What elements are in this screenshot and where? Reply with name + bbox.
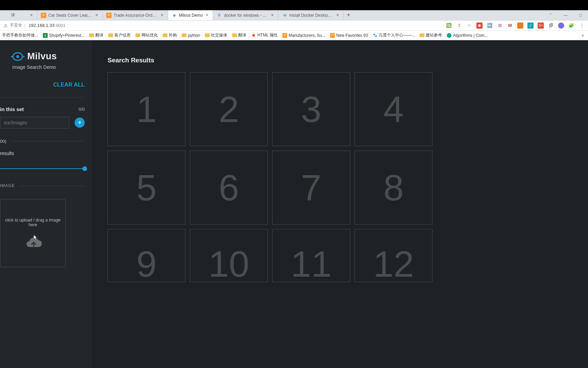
- html-icon: ⬢: [251, 33, 256, 38]
- site-security[interactable]: ⚠ 不安全 |: [3, 22, 25, 28]
- bookmark-item[interactable]: 翻译: [89, 32, 103, 38]
- result-cell[interactable]: 11: [272, 229, 350, 282]
- results-grid-partial: 9 10 11 12: [108, 229, 572, 282]
- url-port: :8001: [54, 23, 66, 28]
- main-content: Search Results 1 2 3 4 5 6 7 8 9 10 11 1…: [91, 40, 588, 368]
- result-index: 3: [301, 88, 321, 131]
- slider-thumb-icon[interactable]: [82, 166, 87, 171]
- tab-label: Trade Assurance Orders: [114, 13, 158, 18]
- ext-grid-icon[interactable]: ⊞: [497, 22, 503, 29]
- result-cell[interactable]: 5: [108, 151, 185, 225]
- result-index: 10: [208, 247, 249, 282]
- results-title: Search Results: [108, 57, 572, 64]
- maximize-icon[interactable]: □: [576, 13, 585, 18]
- upload-hint: click to upload / drag a image here: [0, 218, 65, 227]
- result-cell[interactable]: 4: [355, 72, 432, 146]
- bookmark-label: 百度个人中心——...: [379, 32, 415, 38]
- bookmark-item[interactable]: 外购: [163, 32, 177, 38]
- tab-dropdown-icon[interactable]: ˅: [546, 13, 555, 18]
- bookmark-label: python: [188, 33, 200, 38]
- tab-label: Milvus Demo: [179, 13, 202, 18]
- ali-icon: ೯: [282, 33, 287, 38]
- bookmark-label: 翻译: [95, 32, 103, 38]
- shopify-icon: s: [43, 33, 48, 38]
- bookmark-label: Algorithms | Com...: [453, 33, 488, 38]
- upload-dropzone[interactable]: click to upload / drag a image here: [0, 199, 66, 267]
- add-set-button[interactable]: +: [75, 118, 85, 128]
- bookmark-star-icon[interactable]: ☆: [466, 22, 472, 29]
- ext-profile-icon[interactable]: [558, 22, 564, 29]
- extensions-puzzle-icon[interactable]: 🧩: [568, 22, 574, 29]
- ext-red-icon[interactable]: ■: [476, 22, 483, 29]
- overflow-icon[interactable]: ⋮: [578, 22, 585, 29]
- bookmark-item[interactable]: ⬢HTML 属性: [251, 32, 278, 38]
- sidebar: Milvus Image Search Demo CLEAR ALL in th…: [0, 40, 91, 368]
- folder-icon: [205, 33, 210, 37]
- bookmark-item[interactable]: 🐾百度个人中心——...: [373, 32, 415, 38]
- folder-icon: [135, 33, 140, 37]
- result-cell[interactable]: 7: [272, 151, 350, 225]
- bookmark-item[interactable]: 手把手教你如何做...: [2, 32, 38, 38]
- ext-copy-icon[interactable]: 🗐: [548, 22, 554, 29]
- share-icon[interactable]: ⇪: [456, 22, 462, 29]
- result-cell[interactable]: 9: [108, 229, 185, 282]
- new-tab-button[interactable]: +: [344, 10, 353, 20]
- folder-icon: [108, 33, 113, 37]
- ext-splus-icon[interactable]: S+: [538, 22, 544, 29]
- result-index: 8: [383, 166, 404, 209]
- url-display[interactable]: 192.168.1.33:8001: [29, 23, 65, 28]
- close-icon[interactable]: ×: [94, 13, 99, 18]
- ext-translate-icon[interactable]: 🔤: [487, 22, 493, 29]
- results-slider[interactable]: [0, 168, 85, 169]
- tab-1[interactable]: ೯ Car Seats Cover Leather Unive ×: [37, 10, 103, 20]
- bookmark-label: Manufacturers, Su...: [289, 33, 325, 38]
- bookmark-item[interactable]: sShopify+Pinterest...: [43, 33, 84, 38]
- result-cell[interactable]: 3: [272, 72, 350, 146]
- bookmark-item[interactable]: Algorithms | Com...: [447, 33, 488, 38]
- bookmark-item[interactable]: ೯Manufacturers, Su...: [282, 33, 325, 38]
- image-path-input[interactable]: [0, 117, 69, 128]
- bookmark-item[interactable]: 翻译: [232, 32, 246, 38]
- tab-3-active[interactable]: ◉ Milvus Demo ×: [168, 10, 213, 20]
- close-icon[interactable]: ×: [335, 13, 340, 18]
- close-icon[interactable]: ×: [270, 13, 275, 18]
- ext-teal-icon[interactable]: ✓: [527, 22, 534, 29]
- favicon-docker-icon: 🐳: [282, 13, 287, 18]
- result-index: 12: [373, 247, 414, 282]
- ext-orange-icon[interactable]: [517, 22, 523, 29]
- svg-point-0: [16, 55, 19, 58]
- bookmark-item[interactable]: python: [182, 33, 200, 38]
- result-index: 11: [291, 247, 331, 282]
- results-label: results: [0, 151, 91, 156]
- tab-2[interactable]: ೯ Trade Assurance Orders ×: [103, 10, 168, 20]
- bookmark-item[interactable]: 建站参考: [420, 32, 442, 38]
- bookmarks-bar: 手把手教你如何做... sShopify+Pinterest... 翻译 客户信…: [0, 31, 588, 40]
- close-icon[interactable]: ×: [205, 13, 209, 18]
- tab-label: docker for windows - Google: [224, 13, 268, 18]
- clear-all-button[interactable]: CLEAR ALL: [53, 82, 85, 88]
- close-icon[interactable]: ×: [160, 13, 164, 18]
- hint-00: 00): [0, 139, 6, 144]
- bookmark-item[interactable]: 网站优化: [135, 32, 158, 38]
- bookmark-item[interactable]: 客户信息: [108, 32, 131, 38]
- tab-0[interactable]: 译 ×: [0, 10, 37, 20]
- cloud-upload-icon: [26, 237, 40, 248]
- translate-icon[interactable]: 🈯: [446, 22, 452, 29]
- result-cell[interactable]: 10: [190, 229, 268, 282]
- bookmark-item[interactable]: 社交媒体: [205, 32, 227, 38]
- folder-icon: [182, 33, 186, 37]
- bookmarks-overflow-icon[interactable]: »: [582, 33, 586, 38]
- bookmark-item[interactable]: ೯New Favorites 93: [330, 33, 368, 38]
- result-cell[interactable]: 2: [190, 72, 268, 146]
- minimize-icon[interactable]: —: [561, 13, 570, 18]
- bookmark-label: 外购: [169, 32, 177, 38]
- tab-4[interactable]: G docker for windows - Google ×: [213, 10, 278, 20]
- tab-5[interactable]: 🐳 Install Docker Desktop on Wi ×: [278, 10, 344, 20]
- result-cell[interactable]: 6: [190, 151, 268, 225]
- result-cell[interactable]: 1: [108, 72, 185, 146]
- close-icon[interactable]: ×: [29, 13, 34, 18]
- result-cell[interactable]: 8: [355, 151, 432, 225]
- folder-icon: [232, 33, 237, 37]
- ext-m-icon[interactable]: M: [507, 22, 513, 29]
- result-cell[interactable]: 12: [355, 229, 432, 282]
